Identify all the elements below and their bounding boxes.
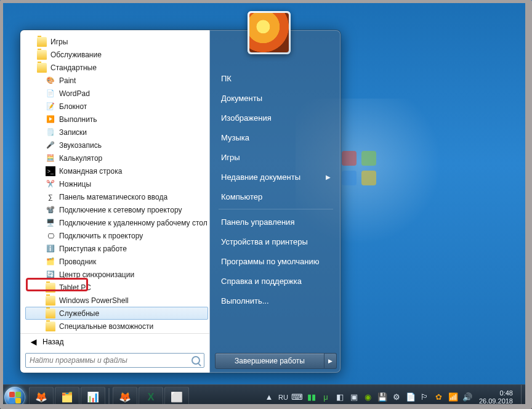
app-mathinput[interactable]: ∑Панель математического ввода	[25, 190, 208, 203]
right-item-pics[interactable]: Изображения	[215, 108, 337, 128]
app-wordpad[interactable]: 📄WordPad	[25, 87, 208, 100]
wordpad-icon: 📄	[46, 89, 55, 99]
network-icon[interactable]: 📶	[448, 392, 458, 402]
right-item-defaults[interactable]: Программы по умолчанию	[215, 251, 337, 271]
app-proj[interactable]: 🖵Подключить к проектору	[25, 229, 208, 242]
search-wrap	[20, 349, 209, 369]
app-calc[interactable]: 🧮Калькулятор	[25, 152, 208, 164]
taskbar-explorer[interactable]: 🗂️	[55, 387, 79, 408]
shutdown-button[interactable]: Завершение работы	[215, 353, 324, 369]
chevron-right-icon: ▶	[328, 358, 332, 364]
app-cmd[interactable]: >_Командная строка	[25, 164, 208, 177]
show-desktop-button[interactable]	[521, 385, 527, 410]
right-item-devices[interactable]: Устройства и принтеры	[215, 232, 337, 251]
app-explorer[interactable]: 🗂️Проводник	[25, 255, 208, 268]
folder-tabletpc[interactable]: Tablet PC	[25, 281, 208, 294]
tray-square2-icon[interactable]: ▣	[349, 392, 359, 402]
tray-doc-icon[interactable]: 📄	[406, 392, 416, 402]
folder-maintenance[interactable]: Обслуживание	[25, 48, 208, 61]
folder-powershell[interactable]: Windows PowerShell	[25, 294, 208, 307]
app-snip[interactable]: ✂️Ножницы	[25, 177, 208, 190]
search-icon	[191, 356, 200, 365]
app-label: Записки	[59, 128, 87, 137]
tray-chevron-up-icon[interactable]: ▲	[264, 392, 274, 402]
right-item-music[interactable]: Музыка	[215, 128, 337, 147]
tray-square1-icon[interactable]: ◧	[335, 392, 345, 402]
folder-icon	[46, 296, 55, 306]
back-label: Назад	[42, 338, 63, 346]
app-label: Windows PowerShell	[59, 296, 129, 305]
folder-systools[interactable]: Служебные	[25, 307, 208, 320]
clock[interactable]: 0:48 26.09.2018	[477, 389, 515, 405]
start-button[interactable]	[1, 386, 28, 408]
folder-icon	[46, 322, 55, 331]
taskbar-app-empty[interactable]: ⬜	[164, 387, 189, 408]
action-center-icon[interactable]: 🏳	[420, 392, 430, 402]
lang-indicator[interactable]: RU	[278, 394, 288, 401]
app-label: Приступая к работе	[59, 245, 127, 253]
folder-icon: 🗂️	[61, 391, 73, 403]
folder-label: Стандартные	[50, 63, 97, 72]
mic-icon: 🎤	[46, 140, 55, 150]
app-soundrec[interactable]: 🎤Звукозапись	[25, 139, 208, 152]
blank-icon: ⬜	[171, 391, 183, 403]
folder-icon	[46, 309, 55, 318]
app-run[interactable]: ▶️Выполнить	[25, 113, 208, 126]
user-avatar[interactable]	[248, 11, 291, 54]
folder-games[interactable]: Игры	[25, 35, 208, 48]
shutdown-menu-button[interactable]: ▶	[324, 353, 337, 369]
app-paint[interactable]: 🎨Paint	[25, 74, 208, 87]
windows-logo-desktop	[342, 151, 376, 185]
app-label: Калькулятор	[59, 154, 102, 163]
app-netproj[interactable]: 📽️Подключение к сетевому проектору	[25, 203, 208, 216]
math-icon: ∑	[46, 192, 55, 202]
app-notepad[interactable]: 📝Блокнот	[25, 100, 208, 113]
start-menu-right-pane: ПК Документы Изображения Музыка Игры Нед…	[210, 30, 341, 373]
right-item-games[interactable]: Игры	[215, 147, 337, 167]
save-icon[interactable]: 💾	[377, 392, 387, 402]
right-item-computer[interactable]: Компьютер	[215, 187, 337, 206]
app-label: Звукозапись	[59, 141, 102, 150]
app-rdp[interactable]: 🖥️Подключение к удаленному рабочему стол…	[25, 216, 208, 229]
nvidia-icon[interactable]: ◉	[363, 392, 373, 402]
app-label: Подключение к удаленному рабочему столу	[59, 219, 208, 227]
right-item-recent[interactable]: Недавние документы▶	[215, 167, 337, 187]
right-item-help[interactable]: Справка и поддержка	[215, 271, 337, 291]
taskbar-divider	[108, 388, 110, 407]
volume-icon[interactable]: 🔊	[462, 392, 472, 402]
shutdown-area: Завершение работы ▶	[215, 353, 337, 369]
app-label: Командная строка	[59, 167, 122, 176]
search-input[interactable]	[30, 356, 191, 365]
utorrent-icon[interactable]: μ	[321, 392, 331, 402]
tray-gear-icon[interactable]: ✿	[434, 392, 444, 402]
app-label: Подключение к сетевому проектору	[59, 206, 182, 214]
separator	[219, 209, 333, 209]
right-item-docs[interactable]: Документы	[215, 88, 337, 108]
search-box[interactable]	[25, 353, 204, 368]
taskbar-app-excel[interactable]: X	[139, 387, 163, 408]
app-sticky[interactable]: 🗒️Записки	[25, 126, 208, 139]
folder-label: Обслуживание	[50, 51, 102, 59]
folder-ease[interactable]: Специальные возможности	[25, 320, 208, 333]
app-label: Подключить к проектору	[59, 232, 143, 240]
time-label: 0:48	[500, 389, 513, 397]
app-sync[interactable]: 🔄Центр синхронизации	[25, 268, 208, 281]
app-welcome[interactable]: ℹ️Приступая к работе	[25, 242, 208, 255]
taskbar-app-firefox2[interactable]: 🦊	[113, 387, 137, 408]
tray-process-icon[interactable]: ⚙	[392, 392, 401, 402]
cmd-icon: >_	[46, 166, 55, 176]
keyboard-icon[interactable]: ⌨	[292, 392, 302, 402]
folder-accessories[interactable]: Стандартные	[25, 61, 208, 74]
back-button[interactable]: ◀ Назад	[20, 333, 209, 349]
tray-bars-icon[interactable]: ▮▮	[307, 392, 316, 402]
program-list[interactable]: Игры Обслуживание Стандартные 🎨Paint 📄Wo…	[20, 34, 209, 333]
calc-icon: 🧮	[46, 153, 55, 163]
right-item-cpanel[interactable]: Панель управления	[215, 212, 337, 232]
right-item-run[interactable]: Выполнить...	[215, 291, 337, 310]
app-label: Проводник	[59, 257, 96, 266]
taskbar-taskmgr[interactable]: 📊	[81, 387, 105, 408]
taskbar-firefox[interactable]: 🦊	[29, 387, 54, 408]
folder-label: Игры	[50, 38, 68, 46]
folder-icon	[37, 50, 47, 60]
right-item-pc[interactable]: ПК	[215, 68, 337, 88]
